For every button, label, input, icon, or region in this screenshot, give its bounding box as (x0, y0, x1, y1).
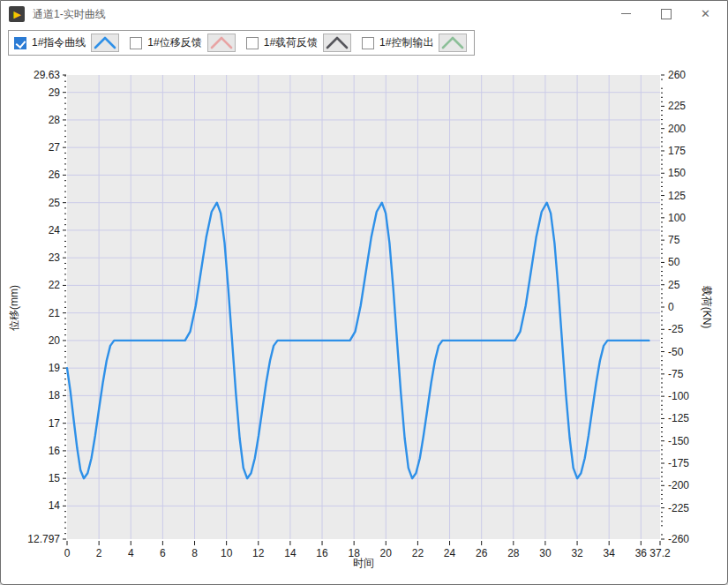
x-tick-label: 16 (316, 547, 328, 559)
y-tick-label-right: 100 (668, 212, 686, 224)
checkbox-command-curve[interactable] (14, 37, 26, 49)
checkbox-load-feedback[interactable] (246, 37, 259, 49)
y-tick-label-right: -100 (668, 390, 689, 402)
legend-label: 1#载荷反馈 (264, 35, 318, 50)
y-tick-label-right: -125 (668, 412, 689, 424)
curve-style-swatch-command[interactable] (91, 34, 119, 52)
y-tick-label-left: 12.797 (27, 533, 60, 545)
x-tick-label: 14 (284, 547, 296, 559)
x-tick-label: 8 (191, 547, 198, 559)
window: ▶ 通道1-实时曲线 ✕ 1#指令曲线 1#位移反馈 (0, 0, 728, 585)
x-tick-label: 32 (571, 547, 583, 559)
legend-label: 1#指令曲线 (32, 35, 86, 50)
checkbox-control-output[interactable] (362, 37, 374, 49)
chevron-line-icon (440, 35, 465, 50)
curve-style-swatch-control[interactable] (439, 34, 467, 52)
curve-style-swatch-displacement[interactable] (207, 34, 236, 52)
chevron-line-icon (93, 35, 117, 50)
y-tick-label-left: 18 (49, 389, 61, 401)
y-tick-label-left: 17 (49, 417, 61, 430)
plot-area[interactable] (67, 75, 660, 539)
y-tick-label-right: 25 (668, 279, 680, 291)
y-tick-label-left: 29 (49, 86, 61, 99)
y-tick-label-left: 14 (49, 499, 61, 512)
y-tick-label-right: 260 (668, 69, 686, 81)
x-tick-label: 26 (476, 547, 488, 559)
legend-item-command-curve[interactable]: 1#指令曲线 (14, 34, 119, 52)
close-button[interactable]: ✕ (686, 1, 725, 26)
x-tick-label: 22 (412, 547, 424, 559)
x-tick-label: 36 (635, 547, 648, 559)
y-tick-label-left: 21 (49, 307, 61, 319)
y-tick-label-right: -75 (668, 368, 684, 380)
y-axis-title-right: 载荷(KN) (699, 286, 714, 329)
chevron-line-icon (209, 35, 234, 50)
y-tick-label-left: 29.63 (34, 69, 60, 81)
y-tick-label-right: -260 (668, 533, 689, 545)
close-icon: ✕ (701, 7, 710, 20)
legend-item-control-output[interactable]: 1#控制输出 (362, 34, 467, 52)
legend-label: 1#控制输出 (379, 35, 433, 50)
y-tick-label-right: 50 (668, 256, 680, 268)
x-axis-title: 时间 (353, 556, 374, 571)
y-tick-label-right: 0 (668, 301, 674, 313)
x-tick-label: 30 (539, 547, 552, 559)
y-tick-label-right: 175 (668, 145, 686, 157)
y-tick-label-left: 23 (49, 251, 61, 264)
legend-label: 1#位移反馈 (147, 35, 201, 50)
labview-app-icon: ▶ (9, 6, 25, 22)
legend-item-load-feedback[interactable]: 1#载荷反馈 (246, 34, 351, 52)
x-tick-label: 0 (64, 547, 71, 559)
minimize-icon (621, 13, 631, 14)
y-tick-label-left: 24 (49, 224, 61, 236)
y-tick-label-left: 15 (49, 472, 61, 484)
y-tick-label-left: 20 (49, 334, 61, 347)
y-tick-label-left: 22 (49, 279, 61, 291)
y-tick-label-right: -150 (668, 435, 689, 447)
y-tick-label-left: 16 (49, 445, 61, 457)
y-tick-label-right: 200 (668, 123, 686, 135)
x-tick-label: 12 (252, 547, 265, 559)
legend-box: 1#指令曲线 1#位移反馈 1#载荷反馈 (8, 30, 475, 56)
y-tick-label-right: -175 (668, 457, 689, 469)
chevron-line-icon (325, 35, 349, 50)
y-tick-label-right: 225 (668, 100, 686, 112)
y-tick-label-right: -50 (668, 346, 684, 358)
maximize-button[interactable] (646, 1, 686, 26)
y-axis-title-left: 位移(mm) (7, 285, 22, 331)
y-tick-label-right: 125 (668, 190, 686, 202)
y-tick-label-left: 26 (49, 169, 61, 181)
y-tick-label-right: -25 (668, 323, 684, 335)
y-tick-label-right: 75 (668, 234, 680, 246)
x-tick-label: 24 (444, 547, 456, 559)
y-tick-label-left: 25 (49, 197, 61, 209)
y-tick-label-left: 28 (49, 114, 61, 126)
x-tick-label: 4 (128, 547, 134, 559)
y-tick-label-right: 150 (668, 167, 686, 179)
y-tick-label-left: 19 (49, 362, 61, 374)
x-tick-label: 10 (221, 547, 233, 559)
x-tick-label: 2 (96, 547, 102, 559)
minimize-button[interactable] (606, 1, 646, 26)
window-title: 通道1-实时曲线 (33, 7, 106, 22)
maximize-icon (661, 9, 672, 19)
checkbox-displacement-feedback[interactable] (130, 37, 142, 49)
curve-style-swatch-load[interactable] (323, 34, 351, 52)
run-arrow-icon: ▶ (13, 10, 20, 19)
y-tick-label-left: 27 (49, 141, 61, 154)
x-tick-label: 28 (507, 547, 520, 559)
titlebar: ▶ 通道1-实时曲线 ✕ (1, 1, 727, 27)
x-tick-label: 20 (380, 547, 393, 559)
realtime-chart[interactable]: 29.632928272625242322212019181716151412.… (1, 1, 727, 584)
x-tick-label: 6 (160, 547, 166, 559)
y-tick-label-right: -225 (668, 502, 689, 514)
x-tick-label: 34 (604, 547, 616, 559)
y-tick-label-right: -200 (668, 479, 689, 491)
x-tick-label: 37.2 (649, 547, 671, 559)
legend-bar: 1#指令曲线 1#位移反馈 1#载荷反馈 (8, 30, 475, 56)
legend-item-displacement-feedback[interactable]: 1#位移反馈 (130, 34, 235, 52)
